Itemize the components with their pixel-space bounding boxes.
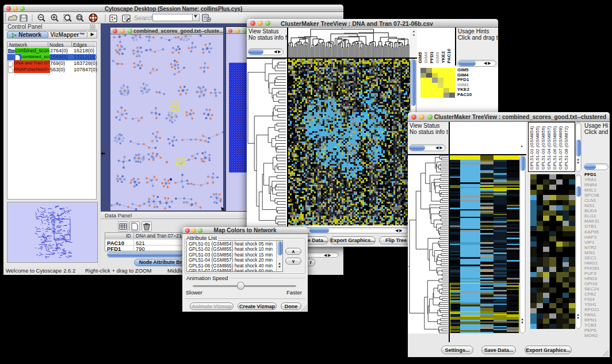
svg-text:GIM4: GIM4	[423, 52, 429, 63]
svg-text:PAC10: PAC10	[446, 48, 452, 63]
svg-text:YKE2: YKE2	[441, 51, 446, 63]
svg-text:PFD1: PFD1	[429, 51, 434, 63]
svg-text:GPL51-08 (GSM872): GPL51-08 (GSM872)	[564, 126, 569, 170]
svg-text:GPL51-07 (GSM868): GPL51-07 (GSM868)	[558, 126, 563, 170]
svg-text:GPL51-01 (GSM854): GPL51-01 (GSM854)	[529, 126, 534, 170]
svg-text:GPL51-04 (GSM857): GPL51-04 (GSM857)	[546, 126, 552, 170]
svg-text:GIM3: GIM3	[435, 52, 440, 63]
svg-text:GPL51-03 (GSM856): GPL51-03 (GSM856)	[541, 126, 546, 170]
svg-text:GIM5: GIM5	[418, 52, 423, 63]
svg-text:GPL51-06 (GSM865): GPL51-06 (GSM865)	[552, 126, 557, 170]
svg-text:GPL51-02 (GSM855): GPL51-02 (GSM855)	[535, 126, 540, 170]
